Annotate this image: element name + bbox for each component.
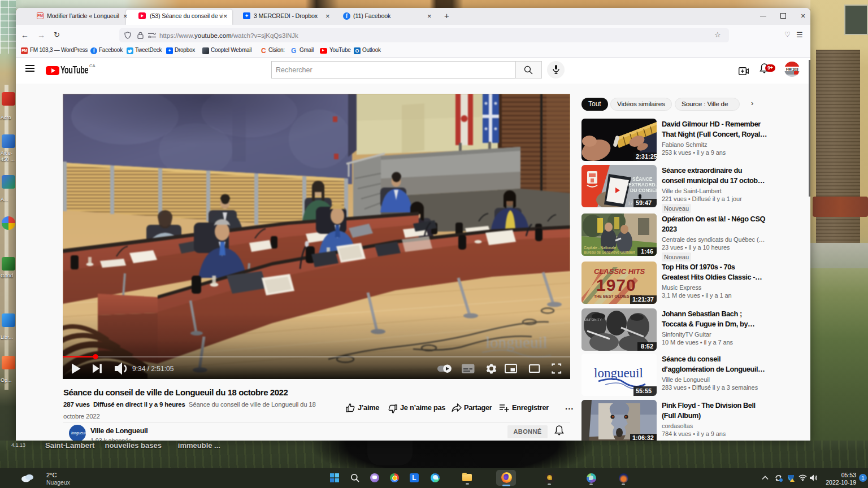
svg-text:55:55: 55:55 bbox=[636, 387, 652, 394]
svg-text:CLASSIC HITS: CLASSIC HITS bbox=[594, 267, 645, 276]
svg-text:2:31:25: 2:31:25 bbox=[636, 153, 657, 160]
svg-text:SÉANCE: SÉANCE bbox=[632, 176, 653, 182]
svg-text:59:47: 59:47 bbox=[636, 199, 652, 206]
svg-text:Bureau de Geneviève Guilbault: Bureau de Geneviève Guilbault bbox=[584, 250, 635, 254]
svg-text:1:21:37: 1:21:37 bbox=[632, 296, 654, 303]
svg-text:8:52: 8:52 bbox=[641, 343, 653, 350]
svg-text:Capitale - Nationale: Capitale - Nationale bbox=[584, 246, 616, 250]
svg-text:longueuil: longueuil bbox=[594, 366, 643, 380]
svg-text:1970: 1970 bbox=[596, 276, 636, 294]
svg-text:EXTRAORD.: EXTRAORD. bbox=[628, 182, 657, 188]
svg-text:1:06:32: 1:06:32 bbox=[632, 434, 654, 441]
svg-text:9:34 / 2:51:05: 9:34 / 2:51:05 bbox=[132, 365, 174, 373]
svg-text:1:46: 1:46 bbox=[641, 248, 653, 255]
svg-text:SINFONITY: SINFONITY bbox=[584, 318, 602, 321]
svg-text:DU CONSEIL: DU CONSEIL bbox=[630, 188, 657, 193]
